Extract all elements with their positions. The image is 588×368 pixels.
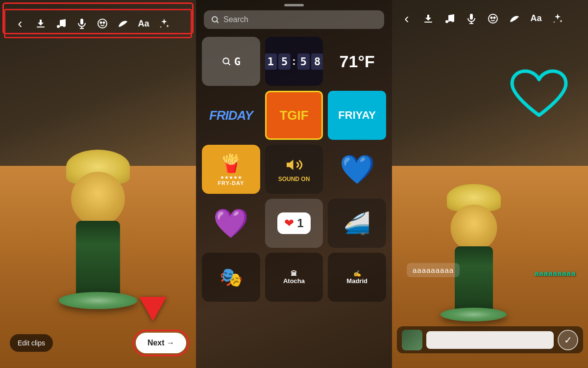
sticker-sound-on[interactable]: SOUND ON [265,145,323,194]
svg-point-9 [212,17,218,22]
amiibo-body-right [455,246,493,313]
right-toolbar: ‹ Aa [392,5,588,32]
sticker-train[interactable]: 🚄 [328,199,386,248]
clock-min1: 5 [297,53,310,70]
sticker-search-input[interactable] [223,15,377,24]
draw-icon[interactable] [114,15,132,32]
download-svg [422,13,434,25]
sticker-friyay[interactable]: FRIYAY [328,91,386,140]
sticker-g-letter: G [234,55,241,68]
right-text-icon[interactable]: Aa [527,10,545,27]
sticker-clock[interactable]: 1 5 : 5 8 [265,37,323,86]
friday-text: FRIDAY [209,108,253,123]
right-music-icon[interactable] [441,10,459,27]
svg-rect-0 [37,26,45,27]
atocha-text: 🏛Atocha [283,270,305,285]
svg-point-2 [63,24,66,27]
sticker-heart-pink[interactable]: 💜 [202,199,260,248]
svg-rect-17 [470,14,473,20]
download-icon[interactable] [32,15,49,32]
svg-line-10 [217,21,218,23]
back-icon[interactable]: ‹ [11,15,29,32]
sticker-heart-blue[interactable]: 💙 [328,145,386,194]
sticker-search[interactable]: G [202,37,260,86]
sticker-friday[interactable]: FRIDAY [202,91,260,140]
amiibo-figure-right [441,308,507,321]
emoji-svg [487,13,499,25]
sticker-atocha[interactable]: 🏛Atocha [265,253,323,302]
right-mic-icon[interactable] [463,10,480,27]
right-panel: ‹ Aa aaaaaaaaa aaaaaaaaa [392,0,588,368]
svg-point-11 [223,58,229,64]
right-download-icon[interactable] [419,10,437,27]
bottom-controls: Edit clips Next → [0,333,196,353]
friyay-text: FRIYAY [338,109,376,122]
museum-emoji: 🎭 [220,266,243,288]
svg-line-12 [228,63,230,65]
temp-value: 71°F [340,52,375,71]
right-draw-icon[interactable] [506,10,523,27]
svg-point-22 [494,17,495,18]
left-panel: ‹ Aa Edit clips Next → [0,0,196,368]
madrid-text: ✍Madrid [346,270,368,285]
middle-panel: G 1 5 : 5 8 71°F FRIDAY TGIF [196,0,392,368]
text-icon[interactable]: Aa [135,15,152,32]
svg-marker-13 [287,160,294,170]
sticker-museum[interactable]: 🎭 [202,253,260,302]
clock-min2: 8 [311,53,323,70]
fries-emoji: 🍟 [220,153,242,174]
clock-colon: : [292,55,295,68]
clock-hour1: 1 [265,53,277,70]
clock-hour2: 5 [278,53,291,70]
checkmark-button[interactable]: ✓ [558,330,578,350]
like-heart: ❤ [284,216,294,230]
svg-point-15 [445,20,448,23]
effects-icon[interactable] [155,15,173,32]
right-effects-icon[interactable] [549,10,566,27]
sticker-tgif[interactable]: TGIF [265,91,323,140]
sticker-search-icon [221,56,231,66]
sticker-madrid[interactable]: ✍Madrid [328,253,386,302]
svg-rect-3 [80,19,83,25]
svg-rect-14 [424,22,432,23]
search-icon [211,15,220,24]
heart-pink: 💜 [213,207,248,240]
amiibo-figure-left [54,123,142,309]
right-emoji-icon[interactable] [484,10,502,27]
caption-input[interactable] [426,331,554,349]
svg-point-8 [103,22,105,24]
draw-svg [509,13,520,25]
heart-blue: 💙 [340,153,375,186]
effects-svg [552,13,564,25]
drag-pill [284,4,304,6]
sticker-search-bar[interactable] [204,10,384,29]
next-button-outline [133,330,189,356]
edit-clips-button[interactable]: Edit clips [10,334,53,352]
thumbnail-preview [402,330,422,350]
fryday-text: FRY-DAY [218,180,244,186]
sticker-fryday[interactable]: 🍟 ★★★★★ FRY-DAY [202,145,260,194]
emoji-icon[interactable] [94,15,111,32]
mic-svg [466,13,477,25]
sticker-picker: G 1 5 : 5 8 71°F FRIDAY TGIF [196,4,392,306]
stars-text: ★★★★★ [220,175,242,180]
sticker-temperature[interactable]: 71°F [328,37,386,86]
svg-point-1 [57,25,60,28]
heart-drawing-svg [510,69,568,123]
next-button-container: Next → [136,333,186,353]
sticker-grid: G 1 5 : 5 8 71°F FRIDAY TGIF [196,33,392,306]
mic-icon[interactable] [73,15,91,32]
right-back-icon[interactable]: ‹ [398,10,416,27]
amiibo-base-right [441,308,507,321]
train-emoji: 🚄 [343,210,370,236]
text-overlay-right: aaaaaaaaa [535,269,576,277]
music-svg [444,13,456,25]
music-icon[interactable] [52,15,70,32]
svg-point-20 [489,14,497,23]
sticker-like-counter[interactable]: ❤ 1 [265,199,323,248]
cyan-heart-drawing [510,69,568,130]
bottom-text-input-area: ✓ [397,326,583,353]
svg-point-16 [451,19,454,22]
sound-icon [285,156,303,174]
svg-point-21 [491,17,492,18]
